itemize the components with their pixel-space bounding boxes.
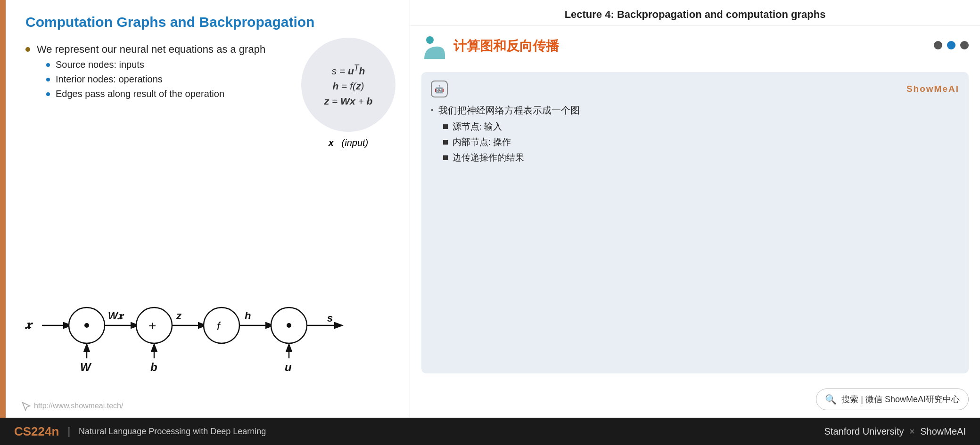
showmeai-badge: ShowMeAI xyxy=(906,84,959,94)
sub-bullet-1: Source nodes: inputs xyxy=(46,59,265,70)
search-icon: 🔍 xyxy=(825,394,837,405)
info-box: 🤖 ShowMeAI • 我们把神经网络方程表示成一个图 源节点: 输入 xyxy=(421,72,969,373)
svg-text:+: + xyxy=(148,318,156,333)
svg-text:u: u xyxy=(285,361,292,373)
cursor-icon xyxy=(21,401,31,411)
slide-dots-nav xyxy=(934,41,969,49)
ch-square-1 xyxy=(443,124,448,129)
x-separator: × xyxy=(909,426,917,437)
ch-sub-2: 内部节点: 操作 xyxy=(443,136,580,148)
divider: | xyxy=(67,425,70,437)
svg-text:W: W xyxy=(80,361,92,373)
stanford-text: Stanford University xyxy=(824,426,904,437)
svg-text:b: b xyxy=(150,361,157,373)
bottom-right: Stanford University × ShowMeAI xyxy=(824,426,966,437)
svg-text:h: h xyxy=(245,310,251,322)
slide-title: Computation Graphs and Backpropagation xyxy=(25,14,395,30)
bottom-left: CS224n | Natural Language Processing wit… xyxy=(14,424,266,439)
svg-point-10 xyxy=(204,307,239,343)
course-code: CS224n xyxy=(14,424,59,439)
sub-bullet-2: Interior nodes: operations xyxy=(46,74,265,85)
search-bar[interactable]: 🔍 搜索 | 微信 ShowMeAI研究中心 xyxy=(816,388,969,410)
ch-bullet-1: • 我们把神经网络方程表示成一个图 源节点: 输入 内部节点: 操 xyxy=(431,104,959,167)
equation-bubble: s = uTh h = f(z) z = Wx + b xyxy=(301,38,395,132)
svg-point-3 xyxy=(84,323,89,328)
lecture-title: Lecture 4: Backpropagation and computati… xyxy=(410,0,980,26)
sub-bullet-3: Edges pass along result of the operation xyxy=(46,89,265,99)
svg-point-24 xyxy=(426,36,434,44)
equations-area: s = uTh h = f(z) z = Wx + b x (input) xyxy=(301,38,395,148)
eq-line-3: z = Wx + b xyxy=(324,96,373,107)
ch-square-3 xyxy=(443,155,448,160)
right-panel: Lecture 4: Backpropagation and computati… xyxy=(410,0,980,418)
bullet-dot-1 xyxy=(25,47,30,52)
eq-input-label: x (input) xyxy=(301,138,395,148)
teal-shape-icon xyxy=(421,33,447,59)
dot-1[interactable] xyxy=(934,41,942,49)
svg-text:𝒙: 𝒙 xyxy=(25,317,33,332)
svg-text:s: s xyxy=(327,312,333,324)
bullet-text-1: We represent our neural net equations as… xyxy=(37,43,265,55)
svg-text:z: z xyxy=(176,310,182,322)
sub-dot-1 xyxy=(46,63,50,67)
ai-icon: 🤖 xyxy=(431,81,448,97)
ch-sub-1: 源节点: 输入 xyxy=(443,121,580,133)
sub-dot-2 xyxy=(46,78,50,81)
bottom-bar: CS224n | Natural Language Processing wit… xyxy=(0,418,980,445)
svg-text:W𝒙: W𝒙 xyxy=(108,310,124,322)
eq-line-1: s = uTh xyxy=(332,63,365,77)
search-bar-text: 搜索 | 微信 ShowMeAI研究中心 xyxy=(841,394,960,405)
ch-dot-1: • xyxy=(431,106,434,114)
chinese-header: 计算图和反向传播 xyxy=(421,33,559,59)
dot-2[interactable] xyxy=(947,41,955,49)
computation-graph-diagram: 𝒙 W𝒙 + xyxy=(21,275,400,380)
chinese-slide-title: 计算图和反向传播 xyxy=(453,37,559,55)
info-box-header: 🤖 ShowMeAI xyxy=(431,81,959,97)
eq-line-2: h = f(z) xyxy=(332,81,364,92)
dot-3[interactable] xyxy=(960,41,969,49)
url-link: http://www.showmeai.tech/ xyxy=(21,401,123,411)
ch-square-2 xyxy=(443,140,448,145)
chinese-bullet-list: • 我们把神经网络方程表示成一个图 源节点: 输入 内部节点: 操 xyxy=(431,104,959,167)
showmeai-footer-text: ShowMeAI xyxy=(920,426,966,437)
orange-accent-bar xyxy=(0,0,6,418)
ch-text-1: 我们把神经网络方程表示成一个图 xyxy=(438,105,580,115)
course-description: Natural Language Processing with Deep Le… xyxy=(79,427,266,437)
left-slide-panel: Computation Graphs and Backpropagation W… xyxy=(0,0,410,418)
ch-sub-3: 边传递操作的结果 xyxy=(443,152,580,164)
sub-dot-3 xyxy=(46,92,50,96)
svg-point-15 xyxy=(287,323,291,328)
graph-svg: 𝒙 W𝒙 + xyxy=(21,275,407,378)
